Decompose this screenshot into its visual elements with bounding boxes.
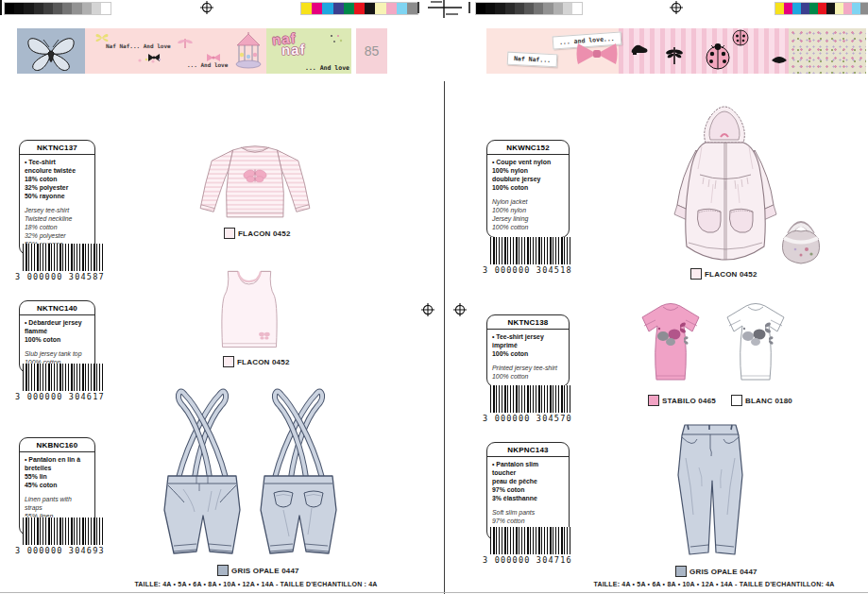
barcode: 3 000000 304518 [483, 237, 572, 275]
registration-mark-icon [453, 303, 467, 316]
swatch-chip [217, 565, 229, 576]
black-brooch-icon [770, 53, 789, 64]
calibration-cell [505, 3, 515, 14]
brand-tagline-text: ... And love [187, 61, 228, 68]
calibration-cell [24, 3, 33, 14]
sheet-bottom-edge [0, 592, 868, 593]
calibration-cell [397, 3, 407, 14]
product-desc-fr: • Tee-shirt encolure twistée 18% coton 3… [25, 159, 90, 201]
product-desc-en: Jersey tee-shirt Twisted neckline 18% co… [25, 207, 90, 249]
barcode-bars [23, 244, 105, 271]
barcode-bars [490, 527, 572, 554]
barcode-bars [23, 518, 105, 545]
grayscale-calibration-strip [4, 2, 111, 15]
size-range-footer: TAILLE: 4A • 5A • 6A • 8A • 10A • 12A • … [572, 581, 856, 587]
calibration-cell [534, 3, 543, 14]
product-code: NKBNC160 [20, 441, 94, 452]
catalog-spread: Naf Naf... And love ... And love [0, 0, 868, 594]
color-swatch: GRIS OPALE 0447 [675, 566, 757, 577]
product-code: NKTNC140 [20, 304, 94, 315]
calibration-cell [72, 3, 81, 14]
pink-bow-icon [206, 53, 221, 62]
bag-illustration [773, 212, 829, 266]
ribbon-label: Naf Naf... [507, 52, 558, 68]
calibration-cell [101, 3, 111, 14]
barcode: 3 000000 304570 [483, 385, 572, 423]
swatch-chip [690, 268, 702, 280]
pink-bow-icon [575, 42, 619, 66]
calibration-cell [312, 3, 322, 14]
pink-dragonfly-icon [178, 38, 193, 49]
product-desc-fr: • Pantalon slim toucher peau de pêche 97… [492, 461, 564, 503]
product-code: NKWNC152 [487, 144, 569, 155]
calibration-cell [572, 3, 582, 14]
product-desc-fr: • Pantalon en lin à bretelles 55% lin 45… [25, 456, 90, 490]
color-swatch: STABILO 0465 [648, 395, 716, 406]
shoe-icon [630, 42, 649, 55]
calibration-cell [354, 3, 365, 14]
color-calibration-strip [300, 2, 418, 15]
registration-mark-icon [200, 1, 213, 14]
striped-tee-illustration [189, 127, 321, 225]
calibration-cell [860, 3, 868, 14]
swatch-chip [648, 395, 659, 406]
product-spec-label: NKTNC138 • Tee-shirt jersey imprimé 100%… [486, 314, 570, 387]
product-code: NKPNC143 [487, 446, 569, 457]
barcode-number: 3 000000 304716 [483, 555, 572, 565]
grayscale-calibration-strip [475, 2, 583, 15]
color-swatch: GRIS OPALE 0447 [217, 565, 299, 576]
calibration-cell [495, 3, 504, 14]
slim-pants-illustration [671, 420, 750, 562]
calibration-cell [375, 3, 385, 14]
product-desc-fr: • Tee-shirt jersey imprimé 100% coton [492, 333, 564, 359]
product-desc-fr: • Coupe vent nylon 100% nylon doublure j… [492, 159, 564, 193]
calibration-cell [543, 3, 553, 14]
calibration-cell [852, 3, 860, 14]
swatch-chip [675, 566, 687, 577]
product-desc-en: Printed jersey tee-shirt 100% cotton [492, 365, 564, 382]
calibration-cell [92, 3, 101, 14]
swatch-chip [223, 356, 234, 367]
barcode-bars [490, 385, 572, 413]
calibration-cell [524, 3, 534, 14]
calibration-cell [5, 3, 14, 14]
calibration-cell [53, 3, 62, 14]
swatch-label: FLACON 0452 [237, 358, 290, 366]
calibration-cell [322, 3, 332, 14]
color-swatch: BLANC 0180 [731, 395, 792, 406]
calibration-cell [43, 3, 53, 14]
small-ladybug-icon [730, 28, 751, 47]
color-calibration-strip [774, 2, 868, 15]
calibration-cell [301, 3, 312, 14]
calibration-cell [801, 3, 809, 14]
swatch-label: STABILO 0465 [662, 397, 716, 405]
strap-pants-illustration [155, 385, 344, 569]
calibration-cell [82, 3, 92, 14]
calibration-cell [775, 3, 784, 14]
calibration-cell [843, 3, 852, 14]
yellow-butterfly-icon [94, 32, 110, 43]
color-swatch: FLACON 0452 [224, 228, 291, 239]
calibration-cell [62, 3, 72, 14]
calibration-cell [333, 3, 344, 14]
calibration-cell [818, 3, 826, 14]
barcode-number: 3 000000 304587 [15, 272, 105, 281]
header-butterfly-panel [17, 28, 85, 74]
center-crosshair-mark [417, 0, 471, 18]
printed-tees-illustration [631, 300, 793, 391]
page-edge-tick [0, 0, 2, 15]
calibration-cell [14, 3, 24, 14]
flower-dots-icon [137, 57, 162, 64]
product-desc-en: Nylon jacket 100% nylon Jersey lining 10… [492, 198, 564, 232]
tank-top-illustration [210, 266, 289, 351]
header-logo-panel: naf naf ... And love [266, 28, 351, 74]
calibration-cell [835, 3, 843, 14]
calibration-cell [792, 3, 801, 14]
calibration-cell [344, 3, 354, 14]
product-desc-fr: • Débardeur jersey flammé 100% coton [25, 319, 90, 345]
barcode: 3 000000 304693 [15, 518, 105, 555]
barcode-bars [23, 364, 105, 391]
swatch-label: FLACON 0452 [238, 229, 291, 238]
registration-mark-icon [421, 303, 434, 316]
calibration-cell [515, 3, 524, 14]
